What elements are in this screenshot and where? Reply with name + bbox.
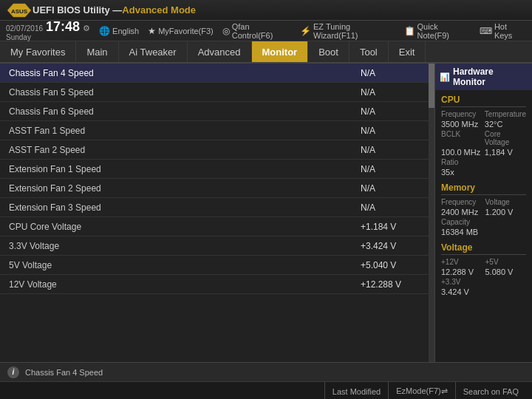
voltage-grid: +12V +5V 12.288 V 5.080 V +3.3V 3.424 V [441, 258, 526, 296]
row-label: Chassis Fan 6 Speed [9, 106, 361, 117]
monitor-row[interactable]: Chassis Fan 6 SpeedN/A [0, 102, 429, 121]
monitor-table: Chassis Fan 4 SpeedN/AChassis Fan 5 Spee… [0, 64, 429, 362]
nav-advanced[interactable]: Advanced [188, 41, 252, 62]
cpu-temp-value: 32°C [485, 120, 526, 129]
note-icon: 📋 [404, 26, 415, 36]
logo: ASUS [6, 2, 33, 18]
monitor-row[interactable]: 5V Voltage+5.040 V [0, 256, 429, 275]
cpu-freq-label: Frequency [441, 110, 482, 118]
status-bar: Last Modified EzMode(F7)⇌ Search on FAQ [0, 381, 532, 399]
voltage-section: Voltage +12V +5V 12.288 V 5.080 V +3.3V … [441, 242, 526, 296]
hot-keys-button[interactable]: ⌨ Hot Keys [480, 22, 526, 40]
row-label: Extension Fan 3 Speed [9, 202, 361, 213]
nav-my-favorites[interactable]: My Favorites [0, 41, 76, 62]
tuning-icon: ⚡ [300, 26, 311, 36]
nav-tool[interactable]: Tool [349, 41, 389, 62]
p12v-value: 12.288 V [441, 267, 482, 276]
time-text: 17:48 [46, 19, 80, 35]
row-value: N/A [361, 164, 420, 174]
monitor-row[interactable]: Extension Fan 3 SpeedN/A [0, 198, 429, 217]
title-mode: Advanced Mode [122, 4, 196, 16]
myfavorite-button[interactable]: ★ MyFavorite(F3) [148, 26, 214, 36]
mem-capacity-label: Capacity [441, 218, 482, 226]
row-value: N/A [361, 87, 420, 98]
fan-icon: ◎ [222, 26, 230, 36]
date-text: 02/07/2016 [6, 24, 43, 33]
svg-text:ASUS: ASUS [11, 8, 28, 15]
main-content: Chassis Fan 4 SpeedN/AChassis Fan 5 Spee… [0, 64, 532, 362]
quick-note-button[interactable]: 📋 Quick Note(F9) [404, 22, 471, 40]
keyboard-icon: ⌨ [480, 26, 492, 36]
info-strip-label: Chassis Fan 4 Speed [25, 368, 103, 377]
p33v-label: +3.3V [441, 278, 482, 286]
p5v-value: 5.080 V [485, 267, 527, 276]
row-value: N/A [361, 126, 420, 136]
monitor-row[interactable]: Extension Fan 1 SpeedN/A [0, 160, 429, 179]
row-value: +5.040 V [361, 260, 420, 270]
cpu-section-title: CPU [441, 95, 526, 107]
cpu-bclk-label: BCLK [441, 130, 482, 146]
row-label: Chassis Fan 5 Speed [9, 87, 361, 98]
monitor-row[interactable]: ASST Fan 1 SpeedN/A [0, 121, 429, 140]
row-label: ASST Fan 2 Speed [9, 145, 361, 155]
monitor-row[interactable]: ASST Fan 2 SpeedN/A [0, 140, 429, 160]
asus-logo: ASUS [6, 2, 33, 18]
cpu-section: CPU Frequency Temperature 3500 MHz 32°C … [441, 95, 526, 177]
language-button[interactable]: 🌐 English [99, 26, 139, 36]
row-label: Extension Fan 1 Speed [9, 164, 361, 174]
nav-bar: My Favorites Main Ai Tweaker Advanced Mo… [0, 41, 532, 64]
cpu-bclk-value: 100.0 MHz [441, 148, 482, 157]
row-label: 5V Voltage [9, 260, 361, 270]
monitor-row[interactable]: CPU Core Voltage+1.184 V [0, 217, 429, 236]
mem-freq-value: 2400 MHz [441, 208, 482, 216]
ez-tuning-button[interactable]: ⚡ EZ Tuning Wizard(F11) [300, 22, 395, 40]
row-label: Extension Fan 2 Speed [9, 183, 361, 194]
info-circle-icon: i [7, 366, 19, 378]
ez-mode-item[interactable]: EzMode(F7)⇌ [388, 382, 455, 399]
row-label: Chassis Fan 4 Speed [9, 68, 361, 78]
nav-boot[interactable]: Boot [308, 41, 349, 62]
row-value: N/A [361, 106, 420, 117]
mem-voltage-label: Voltage [485, 198, 527, 206]
cpu-grid: Frequency Temperature 3500 MHz 32°C BCLK… [441, 110, 526, 177]
row-label: 3.3V Voltage [9, 241, 361, 251]
row-value: N/A [361, 145, 420, 155]
star-icon: ★ [148, 26, 156, 36]
nav-exit[interactable]: Exit [389, 41, 426, 62]
monitor-row[interactable]: 12V Voltage+12.288 V [0, 275, 429, 294]
last-modified-item[interactable]: Last Modified [324, 382, 388, 399]
scroll-track[interactable] [429, 64, 434, 362]
p33v-value: 3.424 V [441, 287, 482, 296]
monitor-row[interactable]: 3.3V Voltage+3.424 V [0, 236, 429, 256]
row-value: N/A [361, 202, 420, 213]
cpu-freq-value: 3500 MHz [441, 120, 482, 129]
cpu-ratio-value: 35x [441, 168, 482, 177]
memory-section: Memory Frequency Voltage 2400 MHz 1.200 … [441, 183, 526, 236]
info-strip: i Chassis Fan 4 Speed [0, 362, 532, 381]
nav-ai-tweaker[interactable]: Ai Tweaker [119, 41, 188, 62]
gear-icon[interactable]: ⚙ [83, 24, 90, 33]
title-static: UEFI BIOS Utility — [33, 4, 122, 16]
cpu-ratio-label: Ratio [441, 158, 482, 166]
qfan-button[interactable]: ◎ Qfan Control(F6) [222, 22, 291, 40]
row-value: +3.424 V [361, 241, 420, 251]
monitor-row[interactable]: Chassis Fan 4 SpeedN/A [0, 64, 429, 83]
title-bar: ASUS UEFI BIOS Utility — Advanced Mode [0, 0, 532, 21]
scroll-thumb[interactable] [429, 64, 434, 108]
row-value: N/A [361, 183, 420, 194]
hw-monitor-panel: 📊 Hardware Monitor CPU Frequency Tempera… [434, 64, 532, 362]
p12v-label: +12V [441, 258, 482, 266]
mem-voltage-value: 1.200 V [485, 208, 527, 216]
cpu-core-voltage-label: Core Voltage [485, 130, 526, 146]
row-value: N/A [361, 68, 420, 78]
globe-icon: 🌐 [99, 26, 110, 36]
nav-monitor[interactable]: Monitor [252, 41, 309, 62]
search-faq-item[interactable]: Search on FAQ [455, 382, 526, 399]
hw-monitor-title: 📊 Hardware Monitor [435, 64, 532, 90]
mem-capacity-value: 16384 MB [441, 228, 482, 236]
memory-grid: Frequency Voltage 2400 MHz 1.200 V Capac… [441, 198, 526, 236]
monitor-row[interactable]: Chassis Fan 5 SpeedN/A [0, 83, 429, 102]
row-value: +12.288 V [361, 279, 420, 290]
monitor-row[interactable]: Extension Fan 2 SpeedN/A [0, 179, 429, 198]
nav-main[interactable]: Main [76, 41, 118, 62]
